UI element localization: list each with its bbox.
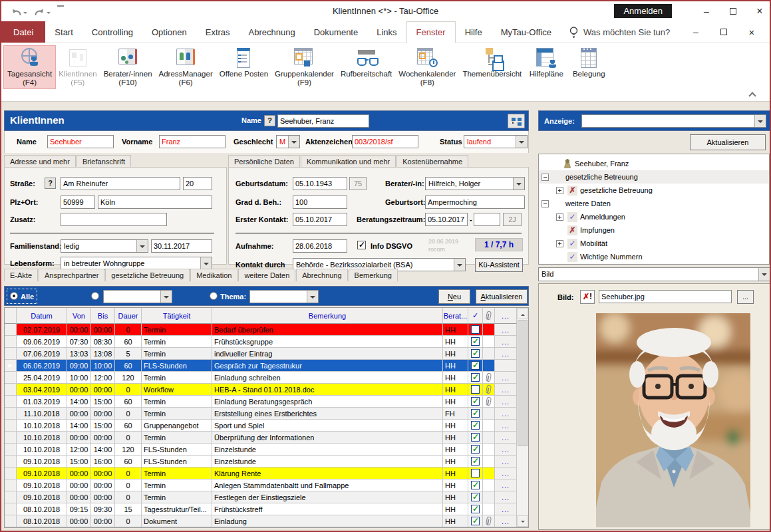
menu-tab[interactable]: Optionen (142, 21, 196, 43)
grid-header-cell[interactable]: Dauer (115, 308, 142, 324)
grid-header-cell[interactable]: Bis (91, 308, 115, 324)
scroll-down-icon[interactable] (517, 515, 528, 527)
row-selector[interactable] (5, 456, 17, 467)
erledigt-checkbox[interactable] (471, 481, 480, 489)
erledigt-checkbox[interactable] (471, 421, 480, 430)
ribbon-button[interactable]: Berater/-innen (F10) (100, 46, 156, 88)
grid-header-cell[interactable] (483, 308, 495, 324)
table-row[interactable]: 08.10.2018 09:15 09:30 15 Tagesstruktur/… (5, 503, 528, 515)
table-row[interactable]: 02.07.2019 00:00 00:00 0 Termin Bedarf ü… (5, 324, 528, 336)
hours-badge[interactable]: 1 / 7,7 h (475, 238, 523, 251)
erledigt-checkbox[interactable] (471, 409, 480, 418)
ort-input[interactable] (98, 196, 212, 209)
row-selector[interactable] (5, 479, 17, 491)
grid-header-cell[interactable]: Von (67, 308, 91, 324)
beratung-von-input[interactable] (425, 213, 468, 226)
anzeige-select[interactable]: Eigenschaften KlientInnen (581, 114, 766, 128)
eakte-tab[interactable]: weitere Daten (238, 269, 295, 281)
menu-tab[interactable]: Abrechnung (239, 21, 305, 43)
erledigt-checkbox[interactable] (471, 325, 480, 334)
personal-tab[interactable]: Kommunikation und mehr (301, 155, 396, 168)
tree-item[interactable]: Seehuber, Franz (539, 157, 769, 170)
row-selector[interactable] (5, 491, 17, 503)
row-detail-button[interactable]: ... (495, 372, 517, 384)
filter-thema-select[interactable]: Tagesablauf (249, 290, 319, 303)
table-row[interactable]: 10.10.2018 12:00 14:00 120 FLS-Stunden E… (5, 444, 528, 456)
row-detail-button[interactable]: ... (495, 503, 517, 515)
grid-header-cell[interactable]: ✓ (468, 308, 483, 324)
ribbon-button[interactable]: Wochenkalender (F8) (395, 46, 459, 88)
status-select[interactable]: laufend (464, 135, 528, 148)
eakte-tab[interactable]: Abrechnung (296, 269, 347, 281)
row-detail-button[interactable]: ... (495, 348, 517, 360)
row-detail-button[interactable]: ... (495, 456, 517, 467)
familienstand-datum-input[interactable] (151, 239, 212, 253)
erledigt-checkbox[interactable] (471, 457, 480, 466)
plz-input[interactable] (61, 196, 95, 209)
table-row[interactable]: 25.04.2019 10:00 12:00 120 Termin Einlad… (5, 372, 528, 384)
row-selector[interactable] (5, 336, 17, 348)
collapse-ribbon-icon[interactable] (749, 91, 755, 97)
row-selector[interactable] (5, 324, 17, 336)
table-row[interactable]: 10.10.2018 00:00 00:00 0 Termin Überprüf… (5, 432, 528, 444)
grad-input[interactable] (293, 196, 347, 209)
row-selector[interactable] (5, 408, 17, 420)
eakte-tab[interactable]: gesetzliche Betreuung (105, 269, 190, 281)
browse-button[interactable]: ... (737, 290, 754, 304)
personal-tab[interactable]: Kostenübernahme (396, 155, 468, 168)
hausnr-input[interactable] (183, 177, 212, 190)
ribbon-button[interactable]: Gruppenkalender (F9) (271, 46, 337, 88)
berater-select[interactable]: Hilfreich, Holger (425, 177, 525, 190)
tell-me-box[interactable]: Was möchten Sie tun? (561, 21, 670, 43)
table-row[interactable]: 11.10.2018 00:00 00:00 0 Termin Erststel… (5, 408, 528, 420)
row-selector[interactable] (5, 515, 17, 527)
erledigt-checkbox[interactable] (471, 505, 480, 513)
row-detail-button[interactable]: ... (495, 491, 517, 503)
erledigt-checkbox[interactable] (471, 337, 480, 346)
row-detail-button[interactable]: ... (495, 444, 517, 456)
tree-item[interactable]: Wichtige Nummern (539, 250, 769, 263)
table-row[interactable]: 10.10.2018 14:00 15:00 60 Gruppenangebot… (5, 420, 528, 432)
grid-header-cell[interactable]: Berat... (443, 308, 468, 324)
grid-header-cell[interactable]: Tätigkeit (142, 308, 212, 324)
table-row[interactable]: 03.04.2019 00:00 00:00 0 Workflow HEB-A … (5, 384, 528, 396)
erledigt-checkbox[interactable] (471, 445, 480, 454)
row-detail-button[interactable]: ... (495, 384, 517, 396)
row-detail-button[interactable]: ... (495, 432, 517, 444)
filter-alle-radio[interactable] (10, 292, 18, 300)
maximize-icon[interactable] (728, 6, 738, 17)
geburtsdatum-input[interactable] (293, 177, 347, 190)
client-search-input[interactable] (277, 114, 369, 128)
tree-item[interactable]: Impfungen (539, 223, 769, 237)
row-detail-button[interactable]: ... (495, 324, 517, 336)
strasse-input[interactable] (61, 177, 180, 190)
row-detail-button[interactable]: ... (495, 515, 517, 527)
eakte-tab[interactable]: Bemerkung (349, 269, 398, 281)
row-selector[interactable] (5, 384, 17, 396)
menu-tab[interactable]: Links (367, 21, 406, 43)
tree-item[interactable]: gesetzliche Betreuung (539, 170, 769, 184)
scrollbar-thumb[interactable] (518, 320, 528, 446)
close-icon[interactable]: × (755, 5, 764, 17)
beratung-bis-input[interactable] (474, 213, 500, 226)
row-selector[interactable] (5, 467, 17, 479)
tree-item[interactable]: weitere Daten (539, 197, 769, 210)
mdi-close-icon[interactable]: × (747, 27, 756, 38)
menu-tab[interactable]: Start (45, 21, 82, 43)
tree-item[interactable]: gesetzliche Betreuung (539, 184, 769, 197)
org-view-button[interactable] (508, 114, 525, 128)
grid-header-cell[interactable]: Datum (17, 308, 67, 324)
row-selector[interactable] (5, 420, 17, 432)
menu-tab[interactable]: Fenster (406, 21, 456, 43)
eakte-tab[interactable]: E-Akte (4, 269, 38, 281)
erledigt-checkbox[interactable] (471, 517, 480, 525)
erledigt-checkbox[interactable] (471, 469, 480, 477)
strasse-help-button[interactable]: ? (45, 178, 56, 189)
menu-tab[interactable]: Hilfe (456, 21, 492, 43)
erledigt-checkbox[interactable] (471, 385, 480, 394)
tree-expander-icon[interactable] (541, 174, 549, 181)
erledigt-checkbox[interactable] (471, 397, 480, 406)
erledigt-checkbox[interactable] (471, 361, 480, 370)
bild-section-select[interactable]: Bild (538, 267, 770, 281)
eakte-tab[interactable]: Ansprechpartner (39, 269, 104, 281)
